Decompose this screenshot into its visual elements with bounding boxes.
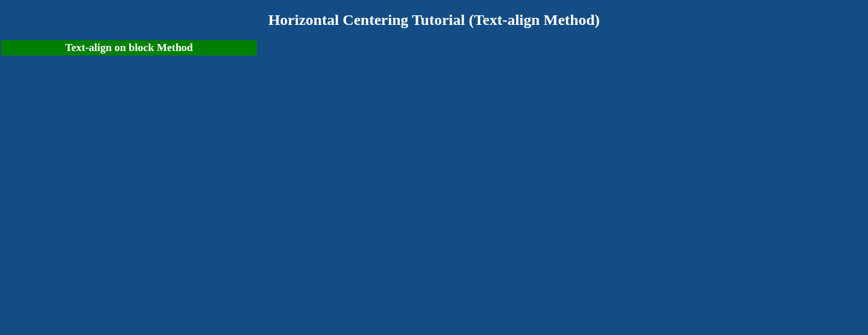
method-label: Text-align on block Method <box>1 40 257 56</box>
page-title: Horizontal Centering Tutorial (Text-alig… <box>0 0 868 40</box>
